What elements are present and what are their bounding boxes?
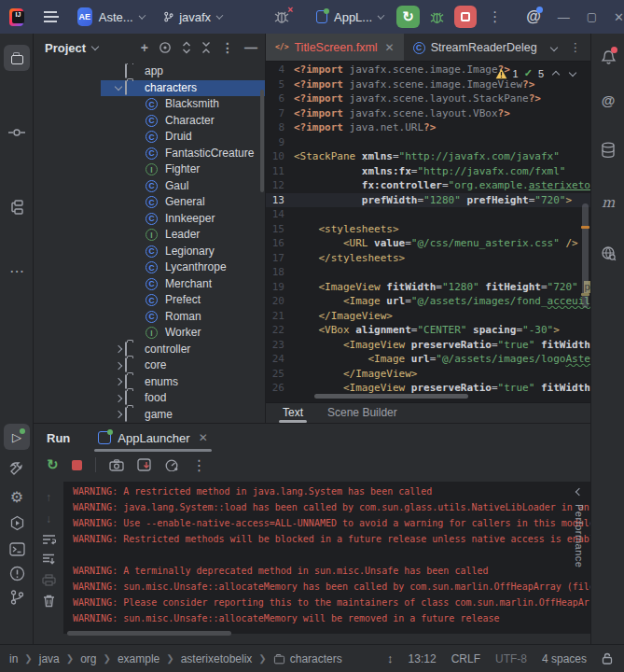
options-icon[interactable]: ⋮ bbox=[221, 40, 234, 55]
project-tool-button[interactable] bbox=[4, 45, 30, 71]
run-tool-button[interactable]: ▷ bbox=[4, 424, 30, 450]
line-number[interactable]: 7 bbox=[266, 106, 294, 121]
tree-item-core[interactable]: core bbox=[34, 357, 265, 374]
build-tool-button[interactable] bbox=[4, 455, 30, 482]
line-number[interactable]: 5 bbox=[266, 77, 294, 92]
debug-button[interactable] bbox=[429, 9, 445, 25]
hamburger-menu-icon[interactable] bbox=[44, 11, 56, 22]
cursor-position[interactable]: 13:12 bbox=[409, 652, 437, 665]
endpoints-tool-icon[interactable] bbox=[596, 241, 620, 265]
code-line-21[interactable]: 21 </ImageView> bbox=[266, 309, 590, 324]
run-console[interactable]: WARNING: A restricted method in java.lan… bbox=[63, 482, 601, 634]
tree-item-controller[interactable]: controller bbox=[34, 342, 265, 358]
project-panel-title[interactable]: Project bbox=[45, 41, 86, 55]
database-tool-icon[interactable] bbox=[596, 138, 620, 162]
line-number[interactable]: 20 bbox=[266, 294, 294, 309]
code-line-22[interactable]: 22 <VBox alignment="CENTER" spacing="-30… bbox=[266, 323, 590, 338]
tab-scene-builder-view[interactable]: Scene Builder bbox=[327, 406, 397, 423]
breadcrumb-item-characters[interactable]: characters bbox=[290, 652, 342, 665]
tree-item-leader[interactable]: ILeader bbox=[34, 227, 265, 244]
line-number[interactable]: 16 bbox=[266, 236, 294, 251]
collapse-all-icon[interactable] bbox=[201, 41, 211, 54]
stop-button[interactable] bbox=[454, 6, 477, 28]
code-line-6[interactable]: 6<?import javafx.scene.layout.StackPane?… bbox=[266, 91, 590, 106]
breadcrumb-item-example[interactable]: example bbox=[118, 652, 159, 665]
chevron-down-icon[interactable] bbox=[112, 84, 125, 92]
run-tab-applauncher[interactable]: AppLauncher ✕ bbox=[94, 424, 211, 452]
tab-titlescreen-fxml[interactable]: </> TitleScreen.fxml ✕ bbox=[266, 34, 404, 61]
tree-item-lycanthrope[interactable]: CLycanthrope bbox=[34, 259, 265, 276]
branch-selector[interactable]: javafx bbox=[179, 10, 211, 24]
code-line-19[interactable]: 19 <ImageView fitWidth="1280" fitHeight=… bbox=[266, 280, 590, 295]
save-screenshot-icon[interactable] bbox=[137, 458, 151, 471]
code-line-25[interactable]: 25 </ImageView> bbox=[266, 367, 590, 382]
line-number[interactable]: 4 bbox=[266, 63, 294, 77]
tree-item-game[interactable]: game bbox=[34, 407, 265, 424]
code-line-8[interactable]: 8<?import java.net.URL?> bbox=[266, 120, 590, 135]
code-line-18[interactable]: 18 bbox=[266, 265, 590, 280]
tree-item-fantasticcreature[interactable]: CFantasticCreature bbox=[34, 146, 265, 162]
camera-icon[interactable] bbox=[109, 459, 124, 471]
ai-assistant-icon[interactable]: @ bbox=[526, 8, 541, 25]
line-number[interactable]: 8 bbox=[266, 120, 294, 135]
line-number[interactable]: 23 bbox=[266, 338, 294, 353]
soft-wrap-icon[interactable] bbox=[42, 534, 56, 545]
clear-console-icon[interactable] bbox=[43, 595, 55, 608]
up-stacktrace-icon[interactable]: ↑ bbox=[46, 491, 51, 504]
line-number[interactable]: 26 bbox=[266, 381, 294, 396]
line-number[interactable]: 6 bbox=[266, 91, 294, 106]
rerun-icon[interactable]: ↻ bbox=[47, 456, 59, 473]
version-control-tool-button[interactable] bbox=[4, 584, 30, 610]
console-more-icon[interactable]: ⋮ bbox=[192, 456, 207, 474]
services-tool-button[interactable]: ⚙ bbox=[4, 483, 30, 510]
code-line-14[interactable]: 14 bbox=[266, 207, 590, 222]
code-line-7[interactable]: 7<?import javafx.scene.layout.VBox?> bbox=[266, 106, 590, 121]
tree-item-legionary[interactable]: CLegionary bbox=[34, 244, 265, 260]
editor-horizontal-scrollbar[interactable] bbox=[314, 394, 468, 399]
tab-streamreaderdelegate[interactable]: C StreamReaderDeleg bbox=[404, 34, 547, 61]
breadcrumb-item-asterixetobelix[interactable]: asterixetobelix bbox=[181, 652, 253, 665]
locate-file-icon[interactable] bbox=[159, 41, 172, 54]
tree-item-merchant[interactable]: CMerchant bbox=[34, 276, 265, 293]
tree-item-food[interactable]: food bbox=[34, 390, 265, 407]
indent-setting[interactable]: 4 spaces bbox=[542, 652, 587, 665]
problems-tool-button[interactable] bbox=[4, 560, 30, 586]
resize-indicator-icon[interactable]: ↕ bbox=[387, 651, 394, 665]
tree-item-innkeeper[interactable]: CInnkeeper bbox=[34, 211, 265, 228]
error-stripe-mark[interactable] bbox=[581, 226, 589, 229]
gauge-icon[interactable] bbox=[164, 458, 179, 471]
stop-icon[interactable] bbox=[72, 460, 82, 470]
maximize-button[interactable]: ▢ bbox=[587, 10, 597, 23]
line-number[interactable]: 10 bbox=[266, 149, 294, 164]
tree-scrollbar[interactable] bbox=[260, 90, 264, 192]
hide-panel-icon[interactable]: — bbox=[244, 40, 257, 55]
chevron-right-icon[interactable] bbox=[112, 412, 125, 417]
breadcrumb-item-in[interactable]: in bbox=[9, 652, 18, 665]
search-stripe-mark[interactable] bbox=[581, 293, 589, 296]
tree-item-characters[interactable]: characters bbox=[34, 80, 265, 97]
tab-text-view[interactable]: Text bbox=[283, 406, 303, 423]
tree-item-roman[interactable]: CRoman bbox=[34, 309, 265, 326]
more-actions-icon[interactable]: ⋮ bbox=[488, 8, 502, 25]
run-anything-tool-button[interactable] bbox=[4, 510, 30, 536]
line-separator[interactable]: CRLF bbox=[451, 652, 480, 665]
tree-item-general[interactable]: CGeneral bbox=[34, 194, 265, 211]
add-icon[interactable]: + bbox=[141, 40, 148, 55]
minimize-button[interactable]: — bbox=[558, 10, 570, 24]
chevron-right-icon[interactable] bbox=[112, 346, 125, 352]
tree-item-gaul[interactable]: CGaul bbox=[34, 178, 265, 195]
run-config-selector[interactable]: AppL... bbox=[334, 10, 372, 24]
print-icon[interactable] bbox=[42, 574, 56, 586]
performance-tab[interactable]: Performance bbox=[570, 489, 589, 567]
code-line-17[interactable]: 17 </stylesheets> bbox=[266, 251, 590, 266]
breadcrumb-item-org[interactable]: org bbox=[80, 652, 96, 665]
tree-item-fighter[interactable]: IFighter bbox=[34, 161, 265, 178]
code-area[interactable]: 4<?import javafx.scene.image.Image?>5<?i… bbox=[266, 63, 590, 428]
chevron-right-icon[interactable] bbox=[112, 396, 125, 401]
down-stacktrace-icon[interactable]: ↓ bbox=[46, 512, 51, 525]
code-line-20[interactable]: 20 <Image url="@/assets/images/fond_acce… bbox=[266, 294, 590, 309]
code-line-15[interactable]: 15 <stylesheets> bbox=[266, 222, 590, 237]
readonly-lock-icon[interactable] bbox=[602, 652, 613, 665]
notifications-bell-icon[interactable] bbox=[596, 45, 620, 69]
code-line-10[interactable]: 10<StackPane xmlns="http://javafx.com/ja… bbox=[266, 149, 590, 164]
